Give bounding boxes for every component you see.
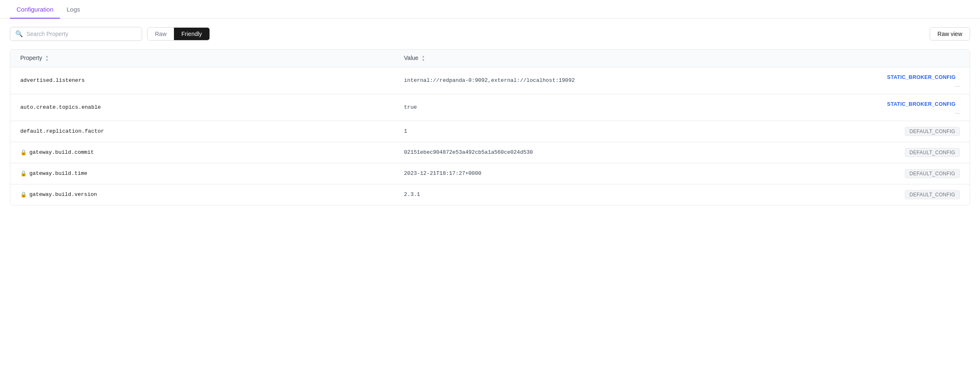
tab-configuration[interactable]: Configuration xyxy=(10,0,60,19)
lock-icon: 🔒 xyxy=(20,149,27,156)
tab-logs[interactable]: Logs xyxy=(60,0,87,19)
value-cell: 1 xyxy=(394,121,873,142)
value-cell: 02151ebec904872e53a492cb5a1a560ce024d530 xyxy=(394,142,873,163)
toolbar: 🔍 Raw Friendly Raw view xyxy=(0,19,980,49)
config-badge: DEFAULT_CONFIG xyxy=(905,148,960,157)
property-cell: default.replication.factor xyxy=(10,121,394,142)
lock-icon: 🔒 xyxy=(20,170,27,177)
column-header-property[interactable]: Property ▲▼ xyxy=(10,50,394,67)
table-row: advertised.listenersinternal://redpanda-… xyxy=(10,67,970,94)
search-input[interactable] xyxy=(26,31,137,37)
value-cell: true xyxy=(394,94,873,121)
sort-icon-value: ▲▼ xyxy=(421,55,425,62)
property-name: default.replication.factor xyxy=(20,128,104,134)
config-badge: DEFAULT_CONFIG xyxy=(905,169,960,178)
badge-cell: DEFAULT_CONFIG xyxy=(873,121,970,142)
search-box: 🔍 xyxy=(10,27,142,41)
property-name: gateway.build.version xyxy=(29,191,97,198)
column-header-value[interactable]: Value ▲▼ xyxy=(394,50,873,67)
value-cell: 2.3.1 xyxy=(394,184,873,205)
property-name: gateway.build.commit xyxy=(29,149,94,155)
toggle-friendly-button[interactable]: Friendly xyxy=(174,28,209,40)
property-cell: advertised.listeners xyxy=(10,67,394,94)
value-cell: 2023-12-21T18:17:27+0000 xyxy=(394,163,873,184)
tab-bar: Configuration Logs xyxy=(0,0,980,19)
badge-cell: DEFAULT_CONFIG xyxy=(873,163,970,184)
config-badge: STATIC_BROKER_CONFIG xyxy=(883,100,960,108)
raw-view-button[interactable]: Raw view xyxy=(930,27,970,41)
config-badge: STATIC_BROKER_CONFIG xyxy=(883,73,960,81)
property-cell: 🔒gateway.build.version xyxy=(10,184,394,205)
badge-cell: STATIC_BROKER_CONFIG ... xyxy=(873,67,970,94)
property-name: gateway.build.time xyxy=(29,170,87,177)
table-header-row: Property ▲▼ Value ▲▼ xyxy=(10,50,970,67)
search-icon: 🔍 xyxy=(15,30,23,38)
table-row: 🔒gateway.build.version2.3.1DEFAULT_CONFI… xyxy=(10,184,970,205)
badge-cell: DEFAULT_CONFIG xyxy=(873,184,970,205)
sort-icon-property: ▲▼ xyxy=(45,55,49,62)
badge-cell: DEFAULT_CONFIG xyxy=(873,142,970,163)
config-table-container: Property ▲▼ Value ▲▼ advertised.listener… xyxy=(10,49,970,205)
toggle-raw-button[interactable]: Raw xyxy=(147,28,174,40)
config-badge: DEFAULT_CONFIG xyxy=(905,127,960,136)
lock-icon: 🔒 xyxy=(20,191,27,198)
value-cell: internal://redpanda-0:9092,external://lo… xyxy=(394,67,873,94)
table-row: 🔒gateway.build.commit02151ebec904872e53a… xyxy=(10,142,970,163)
column-header-badge xyxy=(873,50,970,67)
property-name: advertised.listeners xyxy=(20,77,85,83)
config-badge: DEFAULT_CONFIG xyxy=(905,190,960,199)
property-name: auto.create.topics.enable xyxy=(20,104,101,110)
table-row: 🔒gateway.build.time2023-12-21T18:17:27+0… xyxy=(10,163,970,184)
property-cell: auto.create.topics.enable xyxy=(10,94,394,121)
property-cell: 🔒gateway.build.time xyxy=(10,163,394,184)
table-row: default.replication.factor1DEFAULT_CONFI… xyxy=(10,121,970,142)
view-toggle-group: Raw Friendly xyxy=(147,27,210,41)
badge-cell: STATIC_BROKER_CONFIG ... xyxy=(873,94,970,121)
property-cell: 🔒gateway.build.commit xyxy=(10,142,394,163)
config-table: Property ▲▼ Value ▲▼ advertised.listener… xyxy=(10,50,970,205)
table-row: auto.create.topics.enabletrueSTATIC_BROK… xyxy=(10,94,970,121)
